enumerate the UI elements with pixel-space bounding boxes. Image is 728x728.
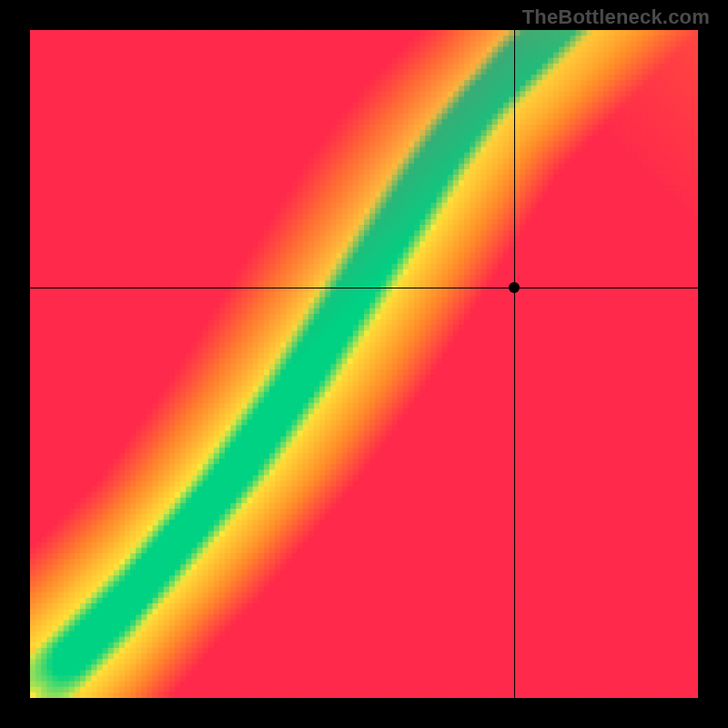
bottleneck-heatmap (30, 30, 698, 698)
watermark-text: TheBottleneck.com (522, 5, 710, 29)
stage: TheBottleneck.com (0, 0, 728, 728)
